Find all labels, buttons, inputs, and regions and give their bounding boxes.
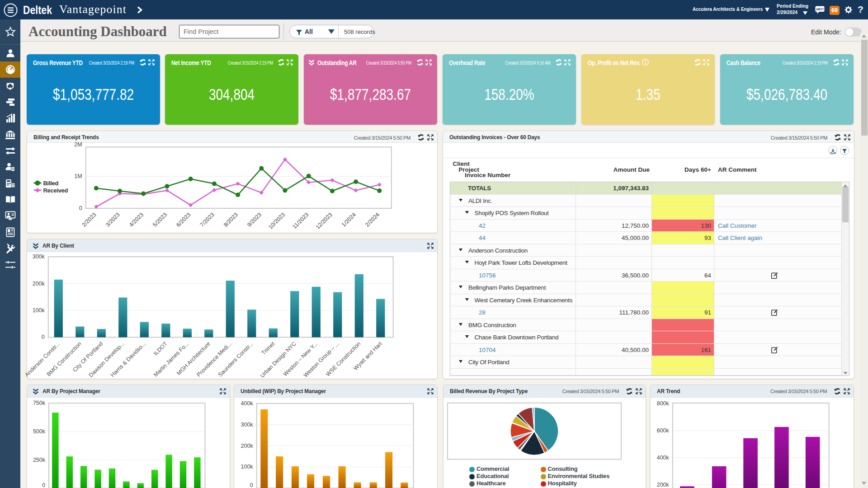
svg-text:Dawson Develop...: Dawson Develop... [87, 341, 125, 379]
svg-text:250k: 250k [33, 456, 45, 463]
svg-text:ILDOT: ILDOT [152, 340, 168, 357]
svg-text:2M: 2M [74, 141, 82, 148]
svg-text:750k: 750k [33, 400, 45, 406]
svg-text:4/2023: 4/2023 [128, 211, 145, 228]
svg-text:9/2023: 9/2023 [246, 211, 263, 228]
svg-text:6/2023: 6/2023 [175, 211, 192, 228]
svg-text:HEY!: HEY! [816, 8, 824, 11]
svg-text:500k: 500k [33, 428, 45, 435]
svg-text:400k: 400k [241, 400, 253, 406]
svg-text:300k: 300k [241, 421, 253, 427]
svg-text:2/2024: 2/2024 [364, 211, 381, 228]
svg-text:5/2023: 5/2023 [151, 211, 168, 228]
svg-text:0: 0 [42, 482, 45, 488]
svg-text:0: 0 [41, 334, 44, 340]
svg-text:10/2023: 10/2023 [267, 211, 286, 230]
svg-text:0: 0 [250, 482, 253, 488]
svg-text:12/2023: 12/2023 [314, 211, 333, 230]
svg-text:Received: Received [43, 187, 68, 194]
svg-text:100k: 100k [32, 307, 45, 314]
svg-text:Urban Design NYC: Urban Design NYC [259, 341, 297, 379]
svg-text:200k: 200k [241, 442, 253, 449]
svg-text:11/2023: 11/2023 [291, 211, 310, 230]
svg-text:8/2023: 8/2023 [222, 211, 239, 228]
svg-text:1/2024: 1/2024 [340, 211, 357, 228]
svg-text:Billed: Billed [43, 180, 58, 187]
svg-text:100k: 100k [241, 464, 253, 470]
svg-text:1M: 1M [74, 173, 82, 179]
svg-text:7/2023: 7/2023 [198, 211, 215, 228]
svg-text:600k: 600k [657, 427, 670, 434]
svg-text:2/2023: 2/2023 [80, 211, 97, 228]
svg-text:400k: 400k [657, 454, 670, 460]
svg-text:300k: 300k [32, 253, 45, 260]
svg-text:200k: 200k [657, 481, 670, 488]
svg-text:Trimet: Trimet [260, 340, 276, 356]
svg-text:0: 0 [79, 205, 82, 211]
svg-text:800k: 800k [657, 400, 670, 407]
svg-text:3/2023: 3/2023 [104, 211, 121, 228]
svg-text:Anderson Constr...: Anderson Constr... [24, 341, 61, 378]
svg-text:200k: 200k [32, 281, 45, 287]
